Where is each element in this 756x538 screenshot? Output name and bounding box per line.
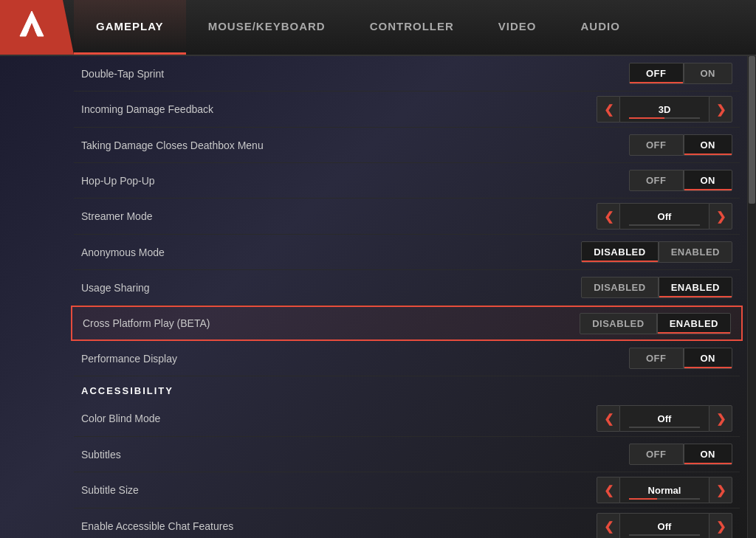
label-anonymous-mode: Anonymous Mode	[74, 246, 581, 258]
row-usage-sharing: Usage Sharing Disabled Enabled	[74, 270, 740, 306]
label-double-tap-sprint: Double-Tap Sprint	[74, 68, 629, 80]
header: GAMEPLAY MOUSE/KEYBOARD CONTROLLER VIDEO…	[0, 0, 756, 56]
toggle-enabled-cross-platform[interactable]: Enabled	[657, 313, 731, 334]
value-bar-subtitle-size	[629, 498, 700, 500]
value-bar	[629, 117, 700, 119]
label-subtitles: Subtitles	[74, 449, 629, 461]
toggle-enabled-anonymous[interactable]: Enabled	[659, 241, 732, 263]
value-subtitle-size: Normal	[620, 477, 709, 503]
toggle-on-deathbox[interactable]: On	[684, 134, 733, 156]
value-bar-accessible-chat	[629, 534, 700, 536]
label-hop-up-popup: Hop-Up Pop-Up	[74, 175, 629, 187]
value-bar-color-blind	[629, 427, 700, 428]
control-cross-platform-play: Disabled Enabled	[580, 313, 731, 334]
label-cross-platform-play: Cross Platform Play (BETA)	[75, 317, 580, 329]
row-anonymous-mode: Anonymous Mode Disabled Enabled	[74, 235, 740, 270]
tab-audio[interactable]: AUDIO	[559, 0, 642, 55]
toggle-on-double-tap-sprint[interactable]: On	[684, 63, 733, 84]
row-streamer-mode: Streamer Mode ❮ Off ❯	[74, 199, 740, 235]
value-incoming-damage: 3D	[620, 96, 709, 123]
toggle-off-deathbox[interactable]: Off	[629, 134, 684, 156]
apex-logo	[16, 8, 48, 47]
arrow-left-color-blind[interactable]: ❮	[597, 405, 620, 432]
label-taking-damage-closes-deathbox: Taking Damage Closes Deathbox Menu	[74, 139, 629, 151]
arrow-right-color-blind[interactable]: ❯	[709, 405, 732, 432]
value-bar-fill-subtitle-size	[629, 498, 657, 500]
row-incoming-damage-feedback: Incoming Damage Feedback ❮ 3D ❯	[74, 92, 740, 128]
tab-video[interactable]: VIDEO	[476, 0, 559, 55]
control-streamer-mode: ❮ Off ❯	[597, 203, 732, 230]
control-subtitles: Off On	[629, 444, 732, 465]
tab-gameplay[interactable]: GAMEPLAY	[74, 0, 186, 55]
toggle-off-hop-up[interactable]: Off	[629, 170, 684, 191]
value-bar-streamer	[629, 224, 700, 226]
logo-area	[0, 0, 74, 55]
scrollbar[interactable]	[747, 56, 756, 538]
toggle-off-double-tap-sprint[interactable]: Off	[629, 63, 684, 84]
label-enable-accessible-chat: Enable Accessible Chat Features	[74, 520, 597, 532]
value-streamer-mode: Off	[620, 203, 709, 230]
row-taking-damage-closes-deathbox: Taking Damage Closes Deathbox Menu Off O…	[74, 128, 740, 163]
row-color-blind-mode: Color Blind Mode ❮ Off ❯	[74, 401, 740, 437]
arrow-left-subtitle-size[interactable]: ❮	[597, 477, 620, 503]
toggle-disabled-usage[interactable]: Disabled	[581, 277, 658, 298]
toggle-on-subtitles[interactable]: On	[684, 444, 733, 465]
scrollbar-thumb[interactable]	[749, 56, 755, 204]
value-accessible-chat: Off	[620, 513, 709, 538]
label-streamer-mode: Streamer Mode	[74, 210, 597, 222]
row-double-tap-sprint: Double-Tap Sprint Off On	[74, 56, 740, 92]
arrow-left-incoming-damage[interactable]: ❮	[597, 96, 620, 123]
control-anonymous-mode: Disabled Enabled	[581, 241, 732, 263]
toggle-disabled-anonymous[interactable]: Disabled	[581, 241, 658, 263]
label-performance-display: Performance Display	[74, 353, 629, 365]
control-subtitle-size: ❮ Normal ❯	[597, 477, 732, 503]
row-cross-platform-play: Cross Platform Play (BETA) Disabled Enab…	[71, 306, 743, 341]
toggle-on-performance[interactable]: On	[684, 348, 733, 369]
label-color-blind-mode: Color Blind Mode	[74, 413, 597, 424]
control-enable-accessible-chat: ❮ Off ❯	[597, 513, 732, 538]
toggle-disabled-cross-platform[interactable]: Disabled	[580, 313, 656, 334]
arrow-left-streamer-mode[interactable]: ❮	[597, 203, 620, 230]
row-performance-display: Performance Display Off On	[74, 341, 740, 376]
control-incoming-damage-feedback: ❮ 3D ❯	[597, 96, 732, 123]
arrow-right-subtitle-size[interactable]: ❯	[709, 477, 732, 503]
tab-mouse-keyboard[interactable]: MOUSE/KEYBOARD	[186, 0, 348, 55]
arrow-right-streamer-mode[interactable]: ❯	[709, 203, 732, 230]
settings-panel: Double-Tap Sprint Off On Incoming Damage…	[0, 56, 747, 538]
control-usage-sharing: Disabled Enabled	[581, 277, 732, 298]
control-color-blind-mode: ❮ Off ❯	[597, 405, 732, 432]
control-double-tap-sprint: Off On	[629, 63, 732, 84]
main-content: Double-Tap Sprint Off On Incoming Damage…	[0, 56, 756, 538]
control-performance-display: Off On	[629, 348, 732, 369]
row-subtitles: Subtitles Off On	[74, 437, 740, 472]
toggle-off-subtitles[interactable]: Off	[629, 444, 684, 465]
tab-controller[interactable]: CONTROLLER	[348, 0, 476, 55]
toggle-enabled-usage[interactable]: Enabled	[659, 277, 732, 298]
toggle-off-performance[interactable]: Off	[629, 348, 684, 369]
value-bar-fill	[629, 117, 664, 119]
row-hop-up-popup: Hop-Up Pop-Up Off On	[74, 163, 740, 199]
label-incoming-damage-feedback: Incoming Damage Feedback	[74, 103, 597, 115]
control-taking-damage-closes-deathbox: Off On	[629, 134, 732, 156]
arrow-right-accessible-chat[interactable]: ❯	[709, 513, 732, 538]
arrow-right-incoming-damage[interactable]: ❯	[709, 96, 732, 123]
control-hop-up-popup: Off On	[629, 170, 732, 191]
arrow-left-accessible-chat[interactable]: ❮	[597, 513, 620, 538]
label-subtitle-size: Subtitle Size	[74, 484, 597, 496]
label-usage-sharing: Usage Sharing	[74, 282, 581, 294]
toggle-on-hop-up[interactable]: On	[684, 170, 733, 191]
nav-tabs: GAMEPLAY MOUSE/KEYBOARD CONTROLLER VIDEO…	[74, 0, 756, 55]
value-color-blind: Off	[620, 405, 709, 432]
row-subtitle-size: Subtitle Size ❮ Normal ❯	[74, 472, 740, 508]
row-enable-accessible-chat: Enable Accessible Chat Features ❮ Off ❯	[74, 508, 740, 538]
section-header-accessibility: ACCESSIBILITY	[74, 376, 740, 401]
